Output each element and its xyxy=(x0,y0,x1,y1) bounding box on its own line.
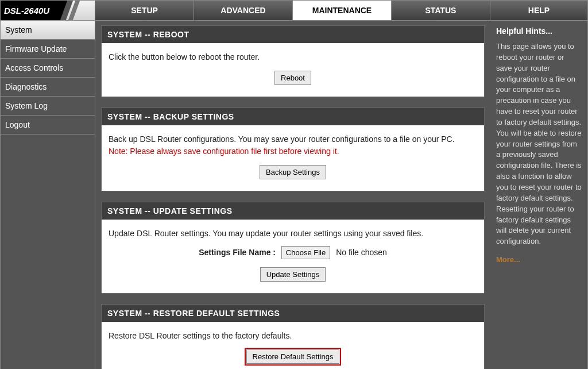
panel-update: SYSTEM -- UPDATE SETTINGS Update DSL Rou… xyxy=(101,202,485,294)
device-model: DSL-2640U xyxy=(1,6,49,16)
panel-update-title: SYSTEM -- UPDATE SETTINGS xyxy=(102,202,484,220)
update-desc: Update DSL Router settings. You may upda… xyxy=(109,228,477,239)
panel-reboot-title: SYSTEM -- REBOOT xyxy=(102,26,484,43)
panel-backup-title: SYSTEM -- BACKUP SETTINGS xyxy=(102,108,484,125)
choose-file-button[interactable]: Choose File xyxy=(281,246,330,259)
help-heading: Helpful Hints... xyxy=(496,26,582,36)
backup-settings-button[interactable]: Backup Settings xyxy=(260,165,326,179)
update-settings-button[interactable]: Update Settings xyxy=(260,267,326,282)
help-more-link[interactable]: More... xyxy=(496,255,520,264)
file-chosen-state: No file chosen xyxy=(336,248,387,257)
backup-note: Note: Please always save configuration f… xyxy=(109,145,477,157)
backup-desc: Back up DSL Router configurations. You m… xyxy=(109,133,477,145)
panel-restore: SYSTEM -- RESTORE DEFAULT SETTINGS Resto… xyxy=(101,304,485,369)
sidebar-item-access[interactable]: Access Controls xyxy=(1,59,95,78)
reboot-button[interactable]: Reboot xyxy=(274,71,311,85)
restore-desc: Restore DSL Router settings to the facto… xyxy=(109,330,477,341)
sidebar: System Firmware Update Access Controls D… xyxy=(0,21,95,369)
main-content: SYSTEM -- REBOOT Click the button below … xyxy=(95,21,490,369)
sidebar-item-system[interactable]: System xyxy=(1,21,95,40)
tab-setup[interactable]: SETUP xyxy=(95,0,194,21)
sidebar-item-systemlog[interactable]: System Log xyxy=(1,97,95,116)
reboot-desc: Click the button below to reboot the rou… xyxy=(109,51,477,63)
restore-default-button[interactable]: Restore Default Settings xyxy=(246,349,340,364)
help-body: This page allows you to reboot your rout… xyxy=(496,41,582,247)
tab-advanced[interactable]: ADVANCED xyxy=(194,0,293,21)
help-column: Helpful Hints... This page allows you to… xyxy=(490,21,588,369)
panel-backup: SYSTEM -- BACKUP SETTINGS Back up DSL Ro… xyxy=(101,107,485,191)
sidebar-item-diagnostics[interactable]: Diagnostics xyxy=(1,78,95,97)
tab-help[interactable]: HELP xyxy=(490,0,588,21)
tab-maintenance[interactable]: MAINTENANCE xyxy=(293,0,392,21)
sidebar-item-firmware[interactable]: Firmware Update xyxy=(1,40,95,59)
tab-status[interactable]: STATUS xyxy=(392,0,490,21)
sidebar-item-logout[interactable]: Logout xyxy=(1,116,95,134)
panel-reboot: SYSTEM -- REBOOT Click the button below … xyxy=(101,25,485,97)
top-nav: SETUP ADVANCED MAINTENANCE STATUS xyxy=(95,0,490,21)
panel-restore-title: SYSTEM -- RESTORE DEFAULT SETTINGS xyxy=(102,305,484,322)
logo-cell: DSL-2640U xyxy=(0,0,95,21)
file-label: Settings File Name : xyxy=(199,248,276,257)
